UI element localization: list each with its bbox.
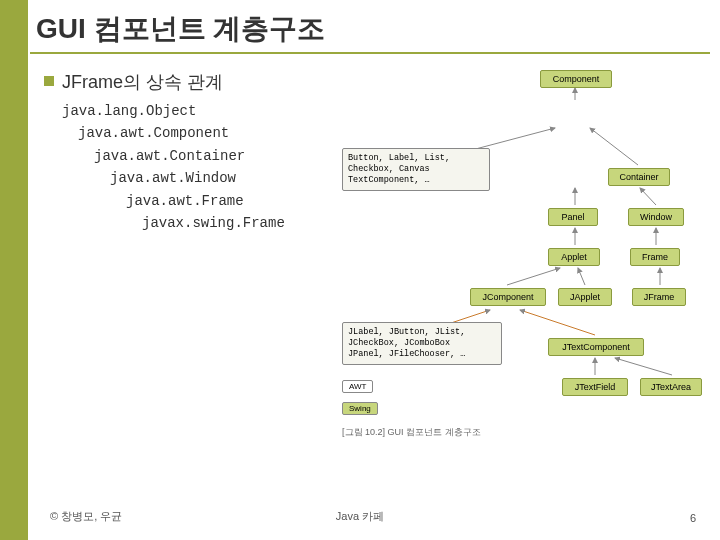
legend: AWT Swing xyxy=(342,380,381,415)
node-japplet: JApplet xyxy=(558,288,612,306)
page-number: 6 xyxy=(690,512,696,524)
slide-title: GUI 컴포넌트 계층구조 xyxy=(36,10,325,48)
hierarchy-item: java.awt.Component xyxy=(78,122,285,144)
slide-subtitle: JFrame의 상속 관계 xyxy=(62,70,223,94)
node-container: Container xyxy=(608,168,670,186)
node-jtextfield: JTextField xyxy=(562,378,628,396)
inheritance-hierarchy: java.lang.Object java.awt.Component java… xyxy=(62,100,285,234)
legend-awt: AWT xyxy=(342,380,373,393)
node-jtextcomponent: JTextComponent xyxy=(548,338,644,356)
class-diagram: Object Component Button, Label, List, Ch… xyxy=(340,70,710,480)
hierarchy-item: javax.swing.Frame xyxy=(142,212,285,234)
title-underline xyxy=(30,52,710,54)
node-swing-leaf: JLabel, JButton, JList, JCheckBox, JComb… xyxy=(342,322,502,365)
hierarchy-item: java.awt.Frame xyxy=(126,190,285,212)
hierarchy-item: java.awt.Container xyxy=(94,145,285,167)
svg-line-4 xyxy=(640,188,656,205)
svg-line-13 xyxy=(615,358,672,375)
node-component: Component xyxy=(540,70,612,88)
slide-sidebar xyxy=(0,0,28,540)
node-jcomponent: JComponent xyxy=(470,288,546,306)
footer-title: Java 카페 xyxy=(0,509,720,524)
hierarchy-item: java.awt.Window xyxy=(110,167,285,189)
svg-line-7 xyxy=(507,268,560,285)
svg-line-8 xyxy=(578,268,585,285)
node-jframe: JFrame xyxy=(632,288,686,306)
diagram-connectors xyxy=(340,70,710,480)
diagram-caption: [그림 10.2] GUI 컴포넌트 계층구조 xyxy=(342,426,481,439)
node-panel: Panel xyxy=(548,208,598,226)
node-jtextarea: JTextArea xyxy=(640,378,702,396)
node-applet: Applet xyxy=(548,248,600,266)
node-window: Window xyxy=(628,208,684,226)
bullet-icon xyxy=(44,76,54,86)
legend-swing: Swing xyxy=(342,402,378,415)
svg-line-11 xyxy=(520,310,595,335)
node-awt-leaf: Button, Label, List, Checkbox, Canvas Te… xyxy=(342,148,490,191)
node-frame: Frame xyxy=(630,248,680,266)
svg-line-2 xyxy=(590,128,638,165)
hierarchy-item: java.lang.Object xyxy=(62,100,285,122)
